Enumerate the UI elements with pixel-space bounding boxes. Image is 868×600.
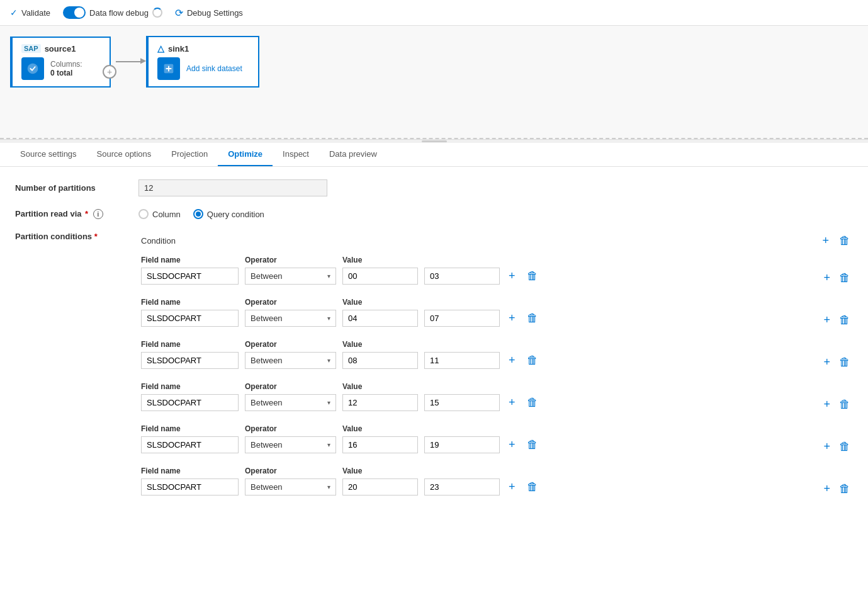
- value1-input-0[interactable]: [342, 268, 418, 285]
- delete-inner-button-1[interactable]: 🗑: [524, 309, 541, 327]
- delete-row-button-3[interactable]: 🗑: [837, 395, 853, 414]
- source-node-info: Columns: 0 total: [50, 60, 82, 77]
- value-col-label-1: Value: [342, 297, 418, 307]
- radio-query-condition[interactable]: Query condition: [193, 209, 264, 219]
- source-node[interactable]: SAP source1 Columns: 0 total +: [10, 37, 111, 88]
- delete-row-button-5[interactable]: 🗑: [837, 480, 853, 498]
- delete-condition-row-button-top[interactable]: 🗑: [837, 232, 853, 250]
- num-partitions-row: Number of partitions: [15, 179, 853, 196]
- debug-toggle-switch[interactable]: [63, 6, 86, 19]
- operator-chevron-icon-5: ▾: [327, 484, 330, 490]
- tab-projection[interactable]: Projection: [161, 143, 218, 166]
- delete-row-button-4[interactable]: 🗑: [837, 438, 853, 456]
- tab-optimize[interactable]: Optimize: [218, 143, 273, 166]
- add-row-button-2[interactable]: +: [821, 353, 833, 371]
- add-row-button-1[interactable]: +: [821, 311, 833, 329]
- delete-row-button-0[interactable]: 🗑: [837, 269, 853, 287]
- field-name-input-0[interactable]: [141, 268, 239, 285]
- add-row-button-3[interactable]: +: [821, 395, 833, 414]
- connector: [111, 61, 146, 62]
- operator-select-2[interactable]: Between ▾: [245, 352, 336, 369]
- value1-input-2[interactable]: [342, 352, 418, 369]
- sink-node-header: △ sink1: [157, 43, 249, 54]
- condition-inputs-0: Between ▾ + 🗑: [141, 267, 808, 285]
- add-row-button-5[interactable]: +: [821, 480, 833, 498]
- condition-row-4: Field name Operator Value Between ▾: [141, 424, 853, 456]
- tab-source-settings[interactable]: Source settings: [10, 143, 87, 166]
- value2-input-2[interactable]: [424, 352, 500, 369]
- sap-icon: SAP: [21, 44, 41, 53]
- add-row-button-0[interactable]: +: [821, 269, 833, 287]
- sink-node-name: sink1: [168, 44, 189, 54]
- tab-source-options[interactable]: Source options: [87, 143, 162, 166]
- validate-button[interactable]: ✓ Validate: [10, 8, 50, 18]
- add-inner-button-5[interactable]: +: [506, 478, 518, 496]
- debug-settings-button[interactable]: ⟳ Debug Settings: [175, 7, 243, 19]
- add-inner-button-0[interactable]: +: [506, 267, 518, 285]
- operator-chevron-icon-1: ▾: [327, 315, 330, 322]
- info-icon[interactable]: i: [93, 209, 103, 219]
- radio-column-label: Column: [152, 210, 181, 219]
- num-partitions-input[interactable]: [138, 179, 327, 196]
- operator-select-3[interactable]: Between ▾: [245, 394, 336, 411]
- operator-col-label-4: Operator: [245, 424, 336, 433]
- source-node-body: Columns: 0 total: [21, 57, 101, 80]
- tab-data-preview[interactable]: Data preview: [319, 143, 387, 166]
- field-name-input-1[interactable]: [141, 310, 239, 327]
- value2-input-4[interactable]: [424, 436, 500, 453]
- columns-value: 0 total: [50, 69, 82, 77]
- add-condition-row-button-top[interactable]: +: [820, 232, 831, 250]
- required-star: *: [85, 209, 88, 218]
- add-inner-button-2[interactable]: +: [506, 351, 518, 370]
- field-name-col-label-0: Field name: [141, 255, 239, 264]
- source-add-plus[interactable]: +: [103, 65, 116, 79]
- operator-select-1[interactable]: Between ▾: [245, 310, 336, 327]
- condition-rows-container: Field name Operator Value Between ▾: [141, 255, 853, 498]
- value-col-label-5: Value: [342, 466, 418, 475]
- value2-input-1[interactable]: [424, 310, 500, 327]
- delete-inner-button-3[interactable]: 🗑: [524, 393, 541, 412]
- source-node-header: SAP source1: [21, 44, 101, 54]
- tab-inspect[interactable]: Inspect: [273, 143, 319, 166]
- condition-inputs-5: Between ▾ + 🗑: [141, 478, 808, 496]
- add-inner-button-4[interactable]: +: [506, 436, 518, 454]
- toolbar: ✓ Validate Data flow debug ⟳ Debug Setti…: [0, 0, 868, 26]
- field-name-input-2[interactable]: [141, 352, 239, 369]
- condition-inputs-1: Between ▾ + 🗑: [141, 309, 808, 327]
- field-name-input-5[interactable]: [141, 478, 239, 495]
- delete-inner-button-4[interactable]: 🗑: [524, 436, 541, 454]
- delete-inner-button-2[interactable]: 🗑: [524, 351, 541, 370]
- delete-inner-button-5[interactable]: 🗑: [524, 478, 541, 496]
- add-row-button-4[interactable]: +: [821, 438, 833, 456]
- field-name-input-3[interactable]: [141, 394, 239, 411]
- radio-group-partition: Column Query condition: [138, 209, 264, 219]
- condition-header-text: Condition: [141, 236, 176, 246]
- condition-row-5: Field name Operator Value Between ▾: [141, 466, 853, 498]
- num-partitions-label: Number of partitions: [15, 183, 128, 193]
- radio-column[interactable]: Column: [138, 209, 181, 219]
- operator-select-5[interactable]: Between ▾: [245, 478, 336, 495]
- field-name-input-4[interactable]: [141, 436, 239, 453]
- value2-input-0[interactable]: [424, 268, 500, 285]
- add-inner-button-1[interactable]: +: [506, 309, 518, 327]
- operator-select-0[interactable]: Between ▾: [245, 268, 336, 285]
- delete-row-button-1[interactable]: 🗑: [837, 311, 853, 329]
- dataflow-debug-toggle[interactable]: Data flow debug: [63, 6, 162, 19]
- value2-input-3[interactable]: [424, 394, 500, 411]
- condition-row-inner-5: Field name Operator Value Between ▾: [141, 466, 808, 496]
- value2-col-label-2: [424, 339, 500, 349]
- sink-node[interactable]: △ sink1 Add sink dataset: [146, 36, 259, 88]
- add-inner-button-3[interactable]: +: [506, 393, 518, 412]
- operator-col-label-2: Operator: [245, 339, 336, 349]
- delete-row-button-2[interactable]: 🗑: [837, 353, 853, 371]
- value2-input-5[interactable]: [424, 478, 500, 495]
- operator-select-4[interactable]: Between ▾: [245, 436, 336, 453]
- delete-inner-button-0[interactable]: 🗑: [524, 267, 541, 285]
- value-col-label-0: Value: [342, 255, 418, 264]
- value1-input-5[interactable]: [342, 478, 418, 495]
- value1-input-1[interactable]: [342, 310, 418, 327]
- tabs-bar: Source settings Source options Projectio…: [0, 143, 868, 167]
- value1-input-4[interactable]: [342, 436, 418, 453]
- value1-input-3[interactable]: [342, 394, 418, 411]
- canvas-area: SAP source1 Columns: 0 total +: [0, 26, 868, 139]
